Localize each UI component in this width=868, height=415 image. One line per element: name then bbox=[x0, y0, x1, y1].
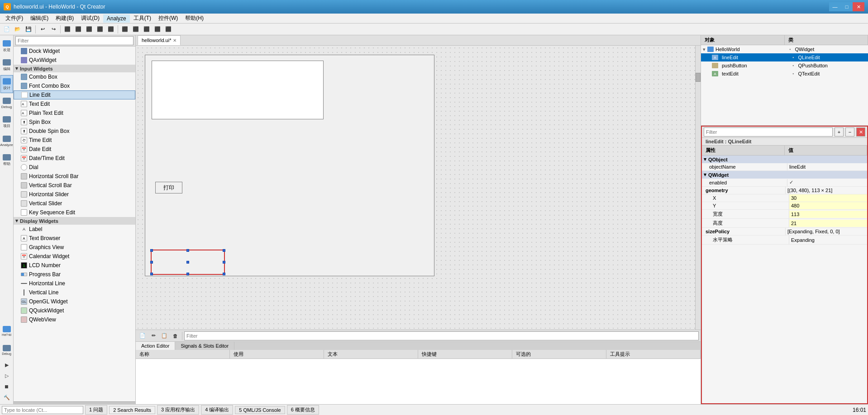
sidebar-item-helloworld[interactable]: Hel"rld bbox=[0, 322, 13, 340]
obj-row-pushbutton[interactable]: pushButton ▪ QPushButton bbox=[701, 61, 868, 70]
sidebar-debug-run[interactable]: ▷ bbox=[0, 371, 13, 381]
prop-row-enabled[interactable]: enabled ✓ bbox=[702, 179, 867, 187]
sidebar-item-project[interactable]: 项目 bbox=[0, 113, 13, 131]
line-edit-placeholder-widget[interactable] bbox=[152, 61, 324, 119]
widget-item-lcd-number[interactable]: 1 LCD Number bbox=[14, 261, 135, 270]
widget-item-vertical-line[interactable]: Vertical Line bbox=[14, 288, 135, 297]
status-search-input[interactable] bbox=[2, 406, 83, 414]
align-center-button[interactable]: ⬛ bbox=[73, 24, 83, 34]
action-edit-button[interactable]: ✏ bbox=[148, 331, 158, 341]
status-tab-search[interactable]: 2 Search Results bbox=[109, 406, 155, 414]
handle-tr[interactable] bbox=[223, 249, 225, 252]
status-tab-appout[interactable]: 3 应用程序输出 bbox=[157, 405, 199, 415]
handle-bl[interactable] bbox=[150, 273, 153, 275]
handle-br[interactable] bbox=[223, 273, 225, 275]
handle-mc[interactable] bbox=[186, 261, 189, 264]
prop-value-height[interactable]: 21 bbox=[789, 220, 867, 227]
save-button[interactable]: 💾 bbox=[24, 24, 33, 34]
sidebar-item-analyze[interactable]: Analyze bbox=[0, 132, 13, 150]
prop-value-objectname[interactable]: lineEdit bbox=[787, 163, 867, 170]
widget-item-opengl-widget[interactable]: GL OpenGL Widget bbox=[14, 297, 135, 306]
prop-row-objectname[interactable]: objectName lineEdit bbox=[702, 163, 867, 171]
prop-value-enabled[interactable]: ✓ bbox=[787, 179, 867, 186]
tab-signals-slots[interactable]: Signals & Slots Editor bbox=[175, 342, 234, 350]
menu-edit[interactable]: 编辑(E) bbox=[27, 14, 52, 23]
sidebar-stop[interactable]: ⏹ bbox=[0, 382, 13, 391]
handle-tc[interactable] bbox=[186, 249, 189, 252]
handle-bc[interactable] bbox=[186, 273, 189, 275]
widget-item-text-browser[interactable]: A Text Browser bbox=[14, 234, 135, 243]
sidebar-item-design[interactable]: 设计 bbox=[0, 75, 13, 93]
editor-tab-helloworld[interactable]: helloworld.ui* ✕ bbox=[138, 35, 181, 45]
widget-item-graphics-view[interactable]: Graphics View bbox=[14, 243, 135, 252]
property-minus-button[interactable]: − bbox=[845, 127, 854, 137]
sidebar-item-welcome[interactable]: 欢迎 bbox=[0, 37, 13, 55]
print-button[interactable]: 打印 bbox=[155, 182, 182, 193]
status-tab-summary[interactable]: 6 概要信息 bbox=[287, 405, 319, 415]
handle-tl[interactable] bbox=[150, 249, 153, 252]
layout-v-button[interactable]: ⬛ bbox=[131, 24, 141, 34]
handle-ml[interactable] bbox=[150, 261, 153, 264]
prop-row-x[interactable]: X 30 bbox=[702, 194, 867, 202]
align-right-button[interactable]: ⬛ bbox=[84, 24, 94, 34]
status-tab-issues[interactable]: 1 问题 bbox=[85, 405, 107, 415]
widget-item-horizontal-slider[interactable]: Horizontal Slider bbox=[14, 190, 135, 199]
action-new-button[interactable]: 📄 bbox=[138, 331, 148, 341]
prop-row-sizepolicy[interactable]: sizePolicy [Expanding, Fixed, 0, 0] bbox=[702, 228, 867, 236]
widget-item-qquick-widget[interactable]: QQuickWidget bbox=[14, 306, 135, 315]
action-copy-button[interactable]: 📋 bbox=[159, 331, 169, 341]
widget-panel-resize-handle[interactable] bbox=[14, 401, 135, 404]
widget-item-date-edit[interactable]: 📅 Date Edit bbox=[14, 145, 135, 154]
prop-row-width[interactable]: 宽度 113 bbox=[702, 210, 867, 219]
layout-h-button[interactable]: ⬛ bbox=[120, 24, 130, 34]
prop-value-y[interactable]: 480 bbox=[789, 202, 867, 209]
maximize-button[interactable]: □ bbox=[841, 2, 853, 11]
prop-value-hpolicy[interactable]: Expanding bbox=[789, 236, 867, 244]
widget-item-font-combo-box[interactable]: Font Combo Box bbox=[14, 81, 135, 90]
break-layout-button[interactable]: ⬛ bbox=[153, 24, 162, 34]
section-qobject[interactable]: ▾ QObject bbox=[702, 156, 867, 163]
align-left-button[interactable]: ⬛ bbox=[62, 24, 72, 34]
handle-mr[interactable] bbox=[223, 261, 225, 264]
form-widget[interactable]: 打印 bbox=[145, 55, 434, 276]
tab-close-button[interactable]: ✕ bbox=[173, 38, 176, 43]
new-button[interactable]: 📄 bbox=[2, 24, 12, 34]
property-filter-input[interactable] bbox=[704, 127, 833, 137]
widget-item-key-sequence-edit[interactable]: Key Sequence Edit bbox=[14, 208, 135, 217]
widget-item-horizontal-line[interactable]: Horizontal Line bbox=[14, 279, 135, 288]
menu-help[interactable]: 帮助(H) bbox=[181, 14, 207, 23]
widget-item-text-edit[interactable]: A Text Edit bbox=[14, 99, 135, 108]
widget-item-time-edit[interactable]: ⏱ Time Edit bbox=[14, 136, 135, 145]
widget-item-qaxwidget[interactable]: QAxWidget bbox=[14, 56, 135, 65]
menu-file[interactable]: 文件(F) bbox=[2, 14, 27, 23]
undo-button[interactable]: ↩ bbox=[38, 24, 48, 34]
menu-debug[interactable]: 调试(D) bbox=[77, 14, 103, 23]
sidebar-build[interactable]: 🔨 bbox=[0, 392, 13, 402]
prop-value-geometry[interactable]: [(30, 480), 113 × 21] bbox=[786, 187, 867, 194]
widget-item-dial[interactable]: Dial bbox=[14, 163, 135, 172]
widget-item-spin-box[interactable]: ⬆ Spin Box bbox=[14, 118, 135, 127]
widget-item-horizontal-scroll-bar[interactable]: Horizontal Scroll Bar bbox=[14, 172, 135, 181]
widget-item-vertical-scroll-bar[interactable]: Vertical Scroll Bar bbox=[14, 181, 135, 190]
widget-item-combo-box[interactable]: Combo Box bbox=[14, 72, 135, 81]
open-button[interactable]: 📂 bbox=[13, 24, 23, 34]
menu-build[interactable]: 构建(B) bbox=[52, 14, 77, 23]
prop-row-y[interactable]: Y 480 bbox=[702, 202, 867, 210]
prop-value-width[interactable]: 113 bbox=[789, 211, 867, 218]
widget-item-plain-text-edit[interactable]: A Plain Text Edit bbox=[14, 108, 135, 118]
sidebar-item-help[interactable]: 帮助 bbox=[0, 151, 13, 169]
canvas-vscrollbar[interactable] bbox=[695, 46, 701, 330]
property-add-button[interactable]: + bbox=[835, 127, 844, 137]
prop-value-x[interactable]: 30 bbox=[789, 194, 867, 202]
status-tab-qmlconsole[interactable]: 5 QML/JS Console bbox=[235, 406, 285, 414]
sidebar-item-debug2[interactable]: Debug bbox=[0, 341, 13, 359]
widget-item-double-spin-box[interactable]: ⬆ Double Spin Box bbox=[14, 127, 135, 136]
status-tab-compileout[interactable]: 4 编译输出 bbox=[201, 405, 233, 415]
widget-item-calendar-widget[interactable]: 📅 Calendar Widget bbox=[14, 252, 135, 261]
prop-row-hpolicy[interactable]: 水平策略 Expanding bbox=[702, 236, 867, 245]
obj-row-textedit[interactable]: A textEdit ▪ QTextEdit bbox=[701, 70, 868, 78]
adjust-size-button[interactable]: ⬛ bbox=[163, 24, 173, 34]
action-filter-input[interactable] bbox=[184, 331, 699, 340]
align-bottom-button[interactable]: ⬛ bbox=[106, 24, 116, 34]
prop-row-geometry[interactable]: geometry [(30, 480), 113 × 21] bbox=[702, 187, 867, 194]
